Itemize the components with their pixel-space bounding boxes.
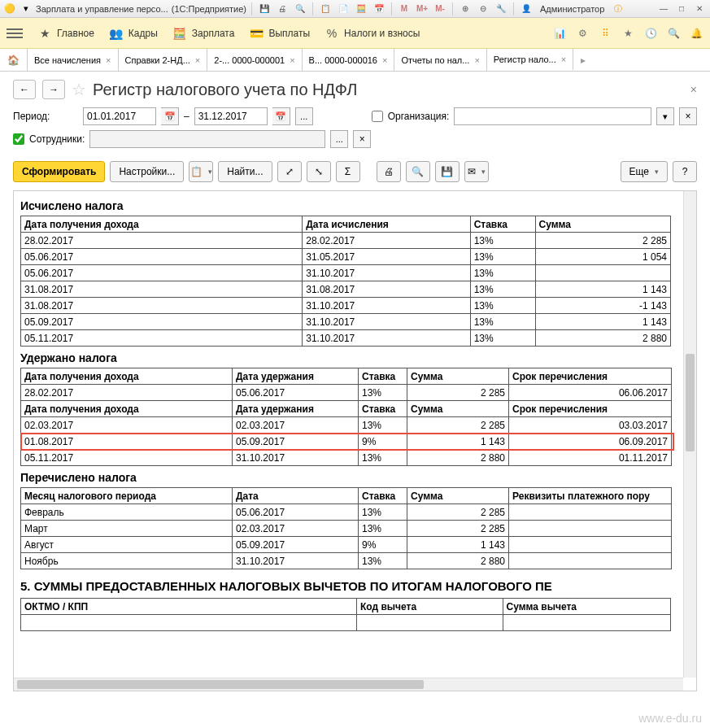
minimize-button[interactable]: — xyxy=(656,2,671,15)
org-dropdown-button[interactable]: ▾ xyxy=(656,107,674,125)
apps-icon[interactable]: ⠿ xyxy=(598,26,612,41)
settings-nav-icon[interactable]: ⚙ xyxy=(575,26,590,41)
platform-label: (1С:Предприятие) xyxy=(172,4,246,14)
back-button[interactable]: ← xyxy=(13,80,36,99)
tab-home[interactable]: 🏠 xyxy=(0,49,28,71)
org-clear-button[interactable]: × xyxy=(679,107,697,125)
tool-icon-1[interactable]: 📋 xyxy=(318,2,333,15)
variant-button[interactable]: 📋 xyxy=(189,161,213,182)
collapse-button[interactable]: ⤡ xyxy=(307,161,331,182)
date-to-picker[interactable]: 📅 xyxy=(272,107,290,125)
table-row: Август05.09.20179%1 143 xyxy=(21,537,672,553)
m-button[interactable]: M xyxy=(397,2,412,15)
emp-label: Сотрудники: xyxy=(29,133,85,145)
dropdown-icon[interactable]: ▾ xyxy=(20,2,33,15)
close-icon[interactable]: × xyxy=(382,55,387,65)
nav-salary[interactable]: 🧮Зарплата xyxy=(172,26,235,41)
page-close-button[interactable]: × xyxy=(690,83,697,96)
horizontal-scrollbar[interactable] xyxy=(14,678,683,691)
date-to-input[interactable] xyxy=(194,107,268,125)
tab-2[interactable]: 2-... 0000-000001× xyxy=(207,49,302,71)
period-options-button[interactable]: ... xyxy=(295,107,313,125)
emp-checkbox[interactable] xyxy=(13,133,24,145)
zoom-out-icon[interactable]: ⊖ xyxy=(476,2,490,15)
expand-button[interactable]: ⤢ xyxy=(277,161,302,182)
tab-1[interactable]: Справки 2-НД...× xyxy=(119,49,208,71)
search-nav-icon[interactable]: 🔍 xyxy=(666,26,681,41)
page-header: ← → ☆ Регистр налогового учета по НДФЛ × xyxy=(0,72,710,104)
table-calculated: Дата получения доходаДата исчисленияСтав… xyxy=(20,216,671,347)
nav-payments[interactable]: 💳Выплаты xyxy=(249,26,310,41)
tab-0[interactable]: Все начисления× xyxy=(28,49,119,71)
close-icon[interactable]: × xyxy=(290,55,294,65)
tool-icon-3[interactable]: 🔧 xyxy=(494,2,508,15)
report-icon[interactable]: 📊 xyxy=(552,26,567,41)
close-window-button[interactable]: ✕ xyxy=(692,2,707,15)
favorite-toggle[interactable]: ☆ xyxy=(72,80,86,99)
emp-options-button[interactable]: ... xyxy=(330,130,348,148)
date-from-picker[interactable]: 📅 xyxy=(161,107,179,125)
emp-clear-button[interactable]: × xyxy=(353,130,371,148)
form-button[interactable]: Сформировать xyxy=(13,161,105,182)
close-icon[interactable]: × xyxy=(195,55,200,65)
main-nav: ★Главное 👥Кадры 🧮Зарплата 💳Выплаты %Нало… xyxy=(0,18,710,49)
table-row: 05.11.201731.10.201713%2 880 xyxy=(21,330,671,347)
preview-icon[interactable]: 🔍 xyxy=(293,2,307,15)
fav-icon[interactable]: ★ xyxy=(621,26,635,41)
wallet-icon: 💳 xyxy=(249,26,264,41)
period-label: Период: xyxy=(13,111,78,122)
table-header-row: Дата получения доходаДата исчисленияСтав… xyxy=(21,216,671,233)
tool-icon-2[interactable]: 📄 xyxy=(336,2,351,15)
find-button[interactable]: Найти... xyxy=(218,161,272,182)
save-report-button[interactable]: 💾 xyxy=(435,161,460,182)
maximize-button[interactable]: □ xyxy=(674,2,689,15)
burger-menu[interactable] xyxy=(7,26,23,41)
table-row: 28.02.201728.02.201713%2 285 xyxy=(21,233,671,249)
emp-input[interactable] xyxy=(89,130,325,148)
percent-icon: % xyxy=(325,26,339,41)
m-plus-button[interactable]: M+ xyxy=(415,2,429,15)
org-label: Организация: xyxy=(388,111,450,122)
table-deductions: ОКТМО / КППКод вычетаСумма вычета xyxy=(20,598,671,631)
date-from-input[interactable] xyxy=(83,107,156,125)
app-logo-icon: 🟡 xyxy=(3,2,16,15)
history-icon[interactable]: 🕓 xyxy=(643,26,658,41)
close-icon[interactable]: × xyxy=(474,55,479,65)
help-button[interactable]: ? xyxy=(673,161,697,182)
close-icon[interactable]: × xyxy=(561,54,566,64)
save-icon[interactable]: 💾 xyxy=(257,2,272,15)
filters: Период: 📅 – 📅 ... Организация: ▾ × Сотру… xyxy=(0,104,710,156)
nav-hr[interactable]: 👥Кадры xyxy=(109,26,158,41)
print-button[interactable]: 🖨 xyxy=(377,161,401,182)
preview-button[interactable]: 🔍 xyxy=(406,161,430,182)
table-transferred: Месяц налогового периодаДатаСтавкаСуммаР… xyxy=(20,487,672,569)
email-button[interactable]: ✉ xyxy=(464,161,489,182)
org-input[interactable] xyxy=(454,107,651,125)
tab-3[interactable]: В... 0000-000016× xyxy=(303,49,395,71)
sum-button[interactable]: Σ xyxy=(336,161,360,182)
close-icon[interactable]: × xyxy=(106,55,111,65)
settings-button[interactable]: Настройки... xyxy=(110,161,184,182)
nav-taxes[interactable]: %Налоги и взносы xyxy=(325,26,420,41)
forward-button[interactable]: → xyxy=(42,80,65,99)
vertical-scrollbar[interactable] xyxy=(683,191,696,678)
calendar-icon[interactable]: 📅 xyxy=(372,2,386,15)
people-icon: 👥 xyxy=(109,26,124,41)
m-minus-button[interactable]: M- xyxy=(433,2,447,15)
org-checkbox[interactable] xyxy=(372,111,383,122)
tab-4[interactable]: Отчеты по нал...× xyxy=(394,49,486,71)
table-row: Февраль05.06.201713%2 285 xyxy=(21,504,672,521)
more-button[interactable]: Еще xyxy=(621,161,668,182)
zoom-in-icon[interactable]: ⊕ xyxy=(458,2,473,15)
table-row: 05.06.201731.10.201713% xyxy=(21,265,671,281)
nav-main[interactable]: ★Главное xyxy=(37,26,94,41)
bell-icon[interactable]: 🔔 xyxy=(689,26,703,41)
app-title: Зарплата и управление персо... xyxy=(36,4,168,14)
info-icon[interactable]: ⓘ xyxy=(611,2,625,15)
table-row: 05.06.201731.05.201713%1 054 xyxy=(21,249,671,265)
tab-scroll-right[interactable]: ▸ xyxy=(573,49,593,71)
print-icon[interactable]: 🖨 xyxy=(275,2,290,15)
table-row: 05.11.201731.10.201713%2 88001.11.2017 xyxy=(21,450,672,466)
calc-icon[interactable]: 🧮 xyxy=(354,2,368,15)
tab-5[interactable]: Регистр нало...× xyxy=(487,49,573,71)
